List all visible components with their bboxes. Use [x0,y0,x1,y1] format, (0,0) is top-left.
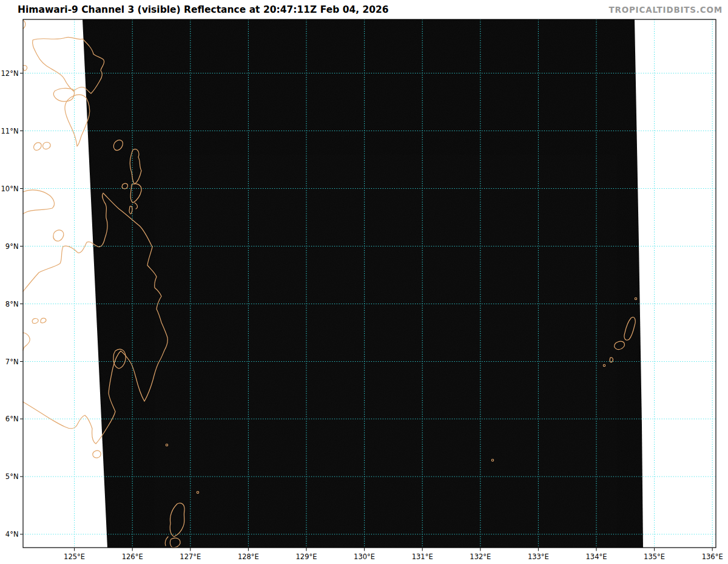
himawari-satellite-figure: Himawari-9 Channel 3 (visible) Reflectan… [0,0,728,564]
swath-noise-texture [23,19,716,548]
y-tick-label: 6°N [5,415,19,423]
satellite-map-svg: Himawari-9 Channel 3 (visible) Reflectan… [0,0,728,564]
x-tick-label: 125°E [64,552,85,561]
y-tick-label: 12°N [1,69,19,78]
x-tick-label: 134°E [586,552,607,561]
coastline-left-edge-peninsula [23,333,30,350]
y-tick-label: 5°N [5,472,19,481]
coastline-bohol-partial [23,190,54,214]
x-tick-label: 131°E [412,552,433,561]
x-tick-label: 126°E [122,552,143,561]
x-tick-label: 135°E [644,552,665,561]
figure-title: Himawari-9 Channel 3 (visible) Reflectan… [18,4,389,15]
tropicaltidbits-watermark: TROPICALTIDBITS.COM [608,5,723,15]
y-tick-label: 8°N [5,300,19,308]
x-tick-label: 136°E [702,552,723,561]
coastline-leyte [65,95,90,146]
coastline-biliran [53,88,74,101]
y-tick-label: 11°N [1,127,19,135]
coastline-lake-lanao-east [41,318,46,323]
coastline-balut [93,450,101,458]
x-tick-label: 133°E [528,552,549,561]
x-tick-label: 130°E [354,552,375,561]
coastline-left-edge-islet-mid [23,66,27,71]
y-tick-label: 9°N [5,242,19,251]
y-tick-label: 10°N [1,185,19,193]
x-tick-label: 127°E [180,552,201,561]
satellite-night-swath [23,19,716,548]
y-tick-label: 4°N [5,530,19,539]
coastline-camotes-east [42,142,50,149]
coastline-lake-lanao-west [32,319,38,324]
y-tick-label: 7°N [5,358,19,366]
x-tick-label: 132°E [470,552,491,561]
coastline-camotes-west [33,143,41,151]
x-tick-label: 128°E [238,552,259,561]
coastline-camiguin [53,230,64,241]
x-tick-label: 129°E [296,552,317,561]
